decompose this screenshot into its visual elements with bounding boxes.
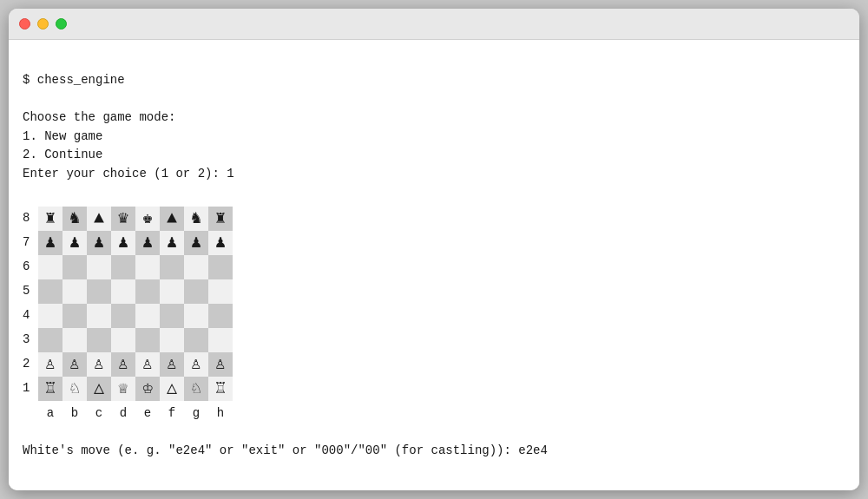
col-label-f: f: [160, 404, 184, 423]
cell-7-1: ♟: [62, 231, 87, 255]
col-label-g: g: [184, 404, 208, 423]
cell-8-4: ♚: [135, 207, 160, 231]
cell-5-1: [62, 279, 87, 304]
blank-line-1: [23, 91, 30, 105]
cell-4-6: [184, 304, 208, 328]
cell-5-4: [135, 279, 160, 304]
col-label-a: a: [38, 404, 62, 423]
cell-1-5: △: [160, 377, 184, 401]
minimize-button[interactable]: [37, 18, 49, 30]
cell-1-6: ♘: [184, 377, 208, 401]
cell-8-3: ♛: [111, 207, 135, 231]
move-prompt: White's move (e. g. "e2e4" or "exit" or …: [23, 443, 548, 457]
cell-2-6: ♙: [184, 352, 208, 377]
cell-8-6: ♞: [184, 207, 208, 231]
cell-2-7: ♙: [208, 352, 233, 377]
rank-label-6: 6: [23, 258, 38, 277]
cell-7-3: ♟: [111, 231, 135, 255]
cell-6-2: [87, 255, 111, 279]
cell-4-1: [62, 304, 87, 328]
cell-1-7: ♖: [208, 377, 233, 401]
cell-2-4: ♙: [135, 352, 160, 377]
cell-1-4: ♔: [135, 377, 160, 401]
cell-6-5: [160, 255, 184, 279]
cell-5-2: [87, 279, 111, 304]
cell-6-3: [111, 255, 135, 279]
rank-label-3: 3: [23, 331, 38, 350]
col-label-c: c: [87, 404, 111, 423]
blank-line-2: [23, 186, 30, 200]
cell-3-1: [62, 328, 87, 352]
cell-8-0: ♜: [38, 207, 62, 231]
cell-5-5: [160, 279, 184, 304]
cell-2-2: ♙: [87, 352, 111, 377]
cell-3-4: [135, 328, 160, 352]
cell-4-4: [135, 304, 160, 328]
cell-3-0: [38, 328, 62, 352]
close-button[interactable]: [19, 18, 30, 30]
rank-label-1: 1: [23, 379, 38, 398]
cell-3-3: [111, 328, 135, 352]
chess-board: 8♜♞▲♛♚▲♞♜7♟♟♟♟♟♟♟♟65432♙♙♙♙♙♙♙♙1♖♘△♕♔△♘♖: [23, 207, 233, 401]
terminal-window: $ chess_engine Choose the game mode: 1. …: [9, 9, 859, 490]
board-row-3: 3: [23, 328, 233, 352]
choice-line: Enter your choice (1 or 2): 1: [23, 167, 234, 181]
cell-4-7: [208, 304, 233, 328]
cell-7-2: ♟: [87, 231, 111, 255]
cell-4-3: [111, 304, 135, 328]
cell-5-0: [38, 279, 62, 304]
rank-label-2: 2: [23, 355, 38, 374]
cell-6-4: [135, 255, 160, 279]
cell-8-2: ▲: [87, 207, 111, 231]
cell-8-7: ♜: [208, 207, 233, 231]
board-row-8: 8♜♞▲♛♚▲♞♜: [23, 207, 233, 231]
cell-1-2: △: [87, 377, 111, 401]
cell-1-1: ♘: [62, 377, 87, 401]
cell-5-3: [111, 279, 135, 304]
cell-6-6: [184, 255, 208, 279]
col-label-d: d: [111, 404, 135, 423]
cell-1-3: ♕: [111, 377, 135, 401]
option2: 2. Continue: [23, 148, 102, 161]
board-row-6: 6: [23, 255, 233, 279]
cell-3-6: [184, 328, 208, 352]
cell-2-0: ♙: [38, 352, 62, 377]
col-label-h: h: [208, 404, 233, 423]
cell-4-0: [38, 304, 62, 328]
mode-prompt: Choose the game mode:: [23, 110, 175, 124]
cell-6-1: [62, 255, 87, 279]
rank-label-5: 5: [23, 282, 38, 301]
cell-7-5: ♟: [160, 231, 184, 255]
rank-label-7: 7: [23, 233, 38, 253]
cell-5-6: [184, 279, 208, 304]
cell-2-1: ♙: [62, 352, 87, 377]
cell-2-5: ♙: [160, 352, 184, 377]
cell-8-1: ♞: [62, 207, 87, 231]
prompt-line: $ chess_engine: [23, 73, 125, 87]
rank-label-8: 8: [23, 209, 38, 228]
board-row-7: 7♟♟♟♟♟♟♟♟: [23, 231, 233, 255]
cell-4-2: [87, 304, 111, 328]
board-row-5: 5: [23, 279, 233, 304]
board-row-1: 1♖♘△♕♔△♘♖: [23, 377, 233, 401]
cell-4-5: [160, 304, 184, 328]
col-labels-row: abcdefgh: [23, 404, 845, 423]
board-row-2: 2♙♙♙♙♙♙♙♙: [23, 352, 233, 377]
titlebar: [9, 9, 859, 40]
cell-5-7: [208, 279, 233, 304]
cell-3-7: [208, 328, 233, 352]
cell-2-3: ♙: [111, 352, 135, 377]
rank-label-4: 4: [23, 306, 38, 325]
cell-6-0: [38, 255, 62, 279]
cell-6-7: [208, 255, 233, 279]
cell-7-7: ♟: [208, 231, 233, 255]
terminal-body[interactable]: $ chess_engine Choose the game mode: 1. …: [9, 40, 859, 490]
cell-3-5: [160, 328, 184, 352]
cell-8-5: ▲: [160, 207, 184, 231]
cell-7-0: ♟: [38, 231, 62, 255]
maximize-button[interactable]: [56, 18, 67, 30]
cell-1-0: ♖: [38, 377, 62, 401]
board-row-4: 4: [23, 304, 233, 328]
cell-7-4: ♟: [135, 231, 160, 255]
col-label-e: e: [135, 404, 160, 423]
